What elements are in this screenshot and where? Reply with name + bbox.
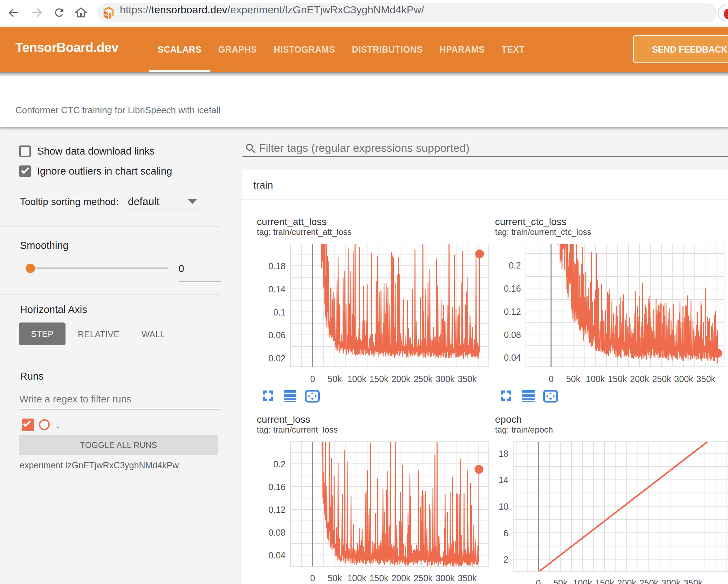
- svg-text:200k: 200k: [391, 573, 411, 583]
- svg-text:350k: 350k: [684, 578, 703, 584]
- svg-text:6: 6: [503, 528, 508, 538]
- svg-text:0.16: 0.16: [268, 482, 286, 492]
- svg-text:0.12: 0.12: [268, 505, 286, 515]
- svg-text:250k: 250k: [413, 573, 433, 583]
- svg-text:0.1: 0.1: [273, 307, 286, 317]
- svg-text:350k: 350k: [458, 374, 477, 384]
- svg-text:0.08: 0.08: [504, 330, 521, 340]
- svg-text:18: 18: [499, 449, 508, 459]
- svg-text:200k: 200k: [391, 374, 411, 384]
- svg-text:0: 0: [310, 573, 315, 583]
- svg-text:100k: 100k: [573, 578, 592, 584]
- svg-text:100k: 100k: [347, 573, 366, 583]
- svg-text:350k: 350k: [696, 374, 716, 384]
- svg-text:0.04: 0.04: [268, 550, 286, 560]
- svg-text:100k: 100k: [347, 374, 366, 384]
- svg-text:200k: 200k: [617, 578, 637, 584]
- svg-text:0.2: 0.2: [509, 260, 521, 270]
- svg-text:50k: 50k: [566, 374, 581, 384]
- svg-text:0.16: 0.16: [504, 284, 521, 293]
- svg-text:2: 2: [503, 555, 508, 564]
- svg-text:0: 0: [549, 374, 554, 384]
- svg-text:0.04: 0.04: [504, 353, 521, 362]
- svg-text:300k: 300k: [435, 374, 455, 384]
- svg-text:150k: 150k: [369, 374, 389, 384]
- svg-text:150k: 150k: [608, 374, 627, 384]
- svg-text:0.02: 0.02: [268, 353, 286, 363]
- svg-text:50k: 50k: [328, 573, 342, 583]
- svg-text:0: 0: [310, 374, 315, 384]
- svg-text:14: 14: [499, 475, 508, 485]
- svg-text:100k: 100k: [586, 374, 605, 384]
- svg-text:250k: 250k: [652, 374, 671, 384]
- svg-text:0.08: 0.08: [268, 528, 286, 537]
- svg-text:0.2: 0.2: [273, 459, 286, 469]
- svg-text:150k: 150k: [369, 573, 389, 583]
- svg-text:200k: 200k: [630, 374, 649, 384]
- svg-text:250k: 250k: [413, 374, 433, 384]
- svg-text:0.12: 0.12: [504, 307, 521, 317]
- svg-text:300k: 300k: [661, 578, 681, 584]
- svg-text:50k: 50k: [328, 374, 342, 384]
- svg-text:250k: 250k: [639, 578, 659, 584]
- svg-text:50k: 50k: [553, 578, 568, 584]
- svg-text:10: 10: [499, 502, 508, 511]
- svg-text:0.06: 0.06: [268, 330, 286, 340]
- svg-text:300k: 300k: [674, 374, 693, 384]
- svg-text:150k: 150k: [595, 578, 614, 584]
- svg-text:0.18: 0.18: [268, 261, 286, 271]
- svg-text:350k: 350k: [458, 573, 477, 583]
- svg-text:0: 0: [536, 578, 541, 584]
- svg-text:0.14: 0.14: [268, 284, 286, 294]
- svg-text:300k: 300k: [435, 573, 455, 583]
